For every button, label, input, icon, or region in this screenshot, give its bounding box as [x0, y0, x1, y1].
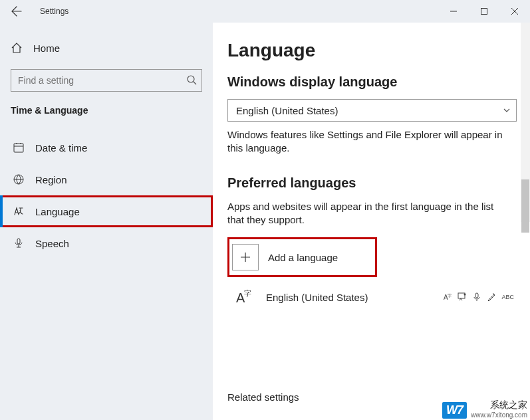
speech-icon [472, 292, 481, 302]
display-pack-icon: A字 [443, 292, 452, 302]
back-button[interactable] [0, 0, 33, 23]
watermark: W7 系统之家 www.w7xitong.com [442, 399, 527, 419]
handwriting-icon [487, 292, 496, 302]
sidebar-home[interactable]: Home [0, 35, 213, 61]
search-icon [186, 74, 197, 88]
add-language-label: Add a language [268, 252, 338, 263]
language-name: English (United States) [266, 292, 434, 303]
search-input[interactable] [11, 69, 202, 92]
main-container: Home Time & Language Date & time Region … [0, 23, 530, 420]
minimize-button[interactable] [438, 0, 469, 23]
preferred-languages-heading: Preferred languages [227, 175, 530, 191]
svg-rect-0 [481, 9, 487, 15]
microphone-icon [13, 237, 25, 249]
sidebar-item-label: Date & time [35, 142, 87, 154]
scrollbar-thumb[interactable] [521, 179, 529, 233]
chevron-down-icon [503, 105, 511, 116]
globe-icon [13, 173, 25, 185]
close-icon [511, 8, 518, 15]
minimize-icon [450, 8, 457, 15]
tts-icon [458, 292, 467, 302]
home-icon [11, 42, 23, 54]
language-feature-icons: A字 ABC [443, 292, 514, 302]
sidebar-section: Time & Language [0, 105, 213, 116]
svg-rect-9 [458, 293, 465, 298]
close-button[interactable] [499, 0, 530, 23]
search-wrap [11, 69, 202, 92]
sidebar: Home Time & Language Date & time Region … [0, 23, 213, 420]
display-language-value: English (United States) [236, 105, 338, 116]
svg-rect-11 [475, 293, 478, 298]
sidebar-home-label: Home [33, 43, 60, 54]
language-icon [13, 205, 25, 217]
back-icon [11, 6, 22, 17]
sidebar-item-region[interactable]: Region [0, 163, 213, 195]
sidebar-item-date-time[interactable]: Date & time [0, 132, 213, 163]
display-language-dropdown[interactable]: English (United States) [227, 99, 517, 122]
sidebar-item-label: Speech [35, 238, 69, 249]
watermark-text: 系统之家 [490, 399, 527, 411]
svg-point-1 [188, 76, 194, 82]
maximize-button[interactable] [469, 0, 499, 23]
watermark-logo: W7 [442, 402, 467, 419]
clock-icon [13, 142, 25, 154]
svg-text:字: 字 [244, 289, 251, 297]
svg-point-10 [464, 294, 466, 296]
preferred-languages-help: Apps and websites will appear in the fir… [227, 200, 507, 227]
titlebar: Settings [0, 0, 530, 23]
svg-rect-2 [14, 144, 23, 152]
sidebar-item-label: Region [35, 174, 67, 185]
sidebar-item-label: Language [35, 206, 80, 217]
add-language-button[interactable]: Add a language [227, 237, 377, 277]
sidebar-item-speech[interactable]: Speech [0, 227, 213, 259]
watermark-url: www.w7xitong.com [471, 411, 527, 419]
page-title: Language [227, 40, 530, 61]
svg-text:字: 字 [448, 293, 452, 298]
display-language-help: Windows features like Settings and File … [227, 128, 507, 156]
display-language-heading: Windows display language [227, 74, 530, 90]
sidebar-item-language[interactable]: Language [0, 195, 213, 227]
spellcheck-icon: ABC [501, 294, 514, 300]
language-item[interactable]: A字 English (United States) A字 ABC [227, 282, 517, 312]
main-content: Language Windows display language Englis… [213, 23, 530, 420]
maximize-icon [481, 8, 487, 15]
window-title: Settings [40, 7, 438, 16]
svg-rect-4 [17, 239, 20, 244]
language-a-icon: A字 [230, 288, 257, 306]
plus-icon [232, 244, 259, 270]
